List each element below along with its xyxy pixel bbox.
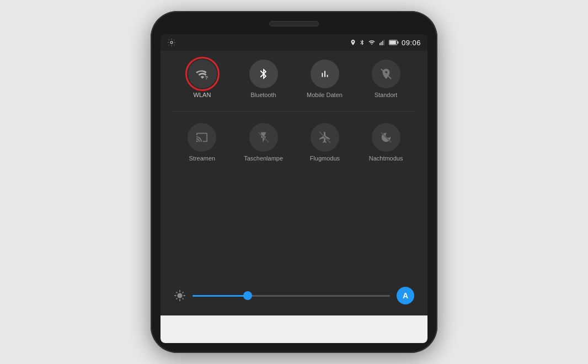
tile-flugmodus[interactable]: Flugmodus bbox=[306, 123, 344, 162]
wifi-status-icon bbox=[368, 39, 376, 46]
nachtmodus-icon-wrap bbox=[372, 123, 400, 152]
tiles-row-2: Streamen Taschenlampe bbox=[172, 123, 416, 162]
phone-speaker bbox=[269, 21, 319, 26]
row-divider bbox=[172, 111, 416, 112]
wlan-icon-wrap: ? bbox=[188, 60, 217, 88]
quick-settings-panel: ? WLAN Bluetooth bbox=[161, 51, 427, 315]
mobile-data-icon bbox=[319, 67, 331, 81]
svg-text:?: ? bbox=[205, 74, 208, 80]
wlan-icon: ? bbox=[195, 68, 210, 80]
bluetooth-icon bbox=[258, 67, 270, 81]
status-bar: 09:06 bbox=[161, 34, 427, 51]
wlan-label: WLAN bbox=[194, 92, 211, 98]
phone-shell: 09:06 ? WLAN bbox=[151, 11, 437, 353]
status-left bbox=[167, 38, 176, 47]
nachtmodus-label: Nachtmodus bbox=[369, 155, 403, 162]
bluetooth-label: Bluetooth bbox=[250, 92, 276, 98]
phone-bottom-bar bbox=[161, 315, 427, 343]
flashlight-icon bbox=[258, 131, 270, 144]
brightness-row: A bbox=[172, 287, 416, 304]
night-icon bbox=[380, 131, 392, 144]
taschenlampe-label: Taschenlampe bbox=[244, 155, 283, 162]
airplane-icon bbox=[318, 131, 332, 144]
status-right: 09:06 bbox=[350, 39, 421, 47]
streamen-label: Streamen bbox=[189, 155, 216, 162]
tile-wlan[interactable]: ? WLAN bbox=[183, 60, 222, 98]
tile-streamen[interactable]: Streamen bbox=[183, 123, 221, 162]
standort-label: Standort bbox=[375, 92, 398, 98]
phone-screen: 09:06 ? WLAN bbox=[161, 34, 427, 343]
svg-rect-6 bbox=[389, 41, 396, 44]
signal-status-icon bbox=[378, 39, 386, 46]
svg-rect-4 bbox=[383, 40, 384, 45]
flugmodus-label: Flugmodus bbox=[310, 155, 340, 162]
cast-icon bbox=[195, 131, 209, 143]
svg-rect-3 bbox=[382, 41, 383, 45]
status-time: 09:06 bbox=[402, 39, 421, 47]
tile-taschenlampe[interactable]: Taschenlampe bbox=[244, 123, 283, 162]
svg-rect-7 bbox=[397, 41, 398, 44]
tiles-row-1: ? WLAN Bluetooth bbox=[172, 60, 416, 98]
brightness-thumb bbox=[243, 291, 252, 300]
svg-rect-2 bbox=[381, 42, 382, 45]
battery-status-icon bbox=[389, 39, 399, 46]
tile-bluetooth[interactable]: Bluetooth bbox=[244, 60, 283, 98]
tile-mobile-data[interactable]: Mobile Daten bbox=[306, 60, 344, 98]
tile-nachtmodus[interactable]: Nachtmodus bbox=[367, 123, 405, 162]
brightness-auto-label: A bbox=[403, 291, 408, 300]
brightness-slider[interactable] bbox=[193, 295, 390, 297]
standort-icon-wrap bbox=[372, 60, 400, 88]
taschenlampe-icon-wrap bbox=[249, 123, 278, 152]
brightness-settings-icon bbox=[167, 38, 176, 47]
tile-standort[interactable]: Standort bbox=[367, 60, 405, 98]
streamen-icon-wrap bbox=[188, 123, 216, 152]
flugmodus-icon-wrap bbox=[311, 123, 339, 152]
svg-point-0 bbox=[170, 41, 173, 44]
brightness-low-icon bbox=[174, 290, 186, 302]
bluetooth-status-icon bbox=[359, 39, 365, 46]
bluetooth-icon-wrap bbox=[249, 60, 278, 88]
location-status-icon bbox=[350, 39, 356, 46]
brightness-auto-button[interactable]: A bbox=[397, 287, 414, 304]
mobile-data-label: Mobile Daten bbox=[307, 92, 343, 98]
mobile-data-icon-wrap bbox=[311, 60, 339, 88]
svg-rect-1 bbox=[379, 43, 381, 45]
standort-icon bbox=[380, 67, 392, 81]
brightness-fill bbox=[193, 295, 248, 297]
